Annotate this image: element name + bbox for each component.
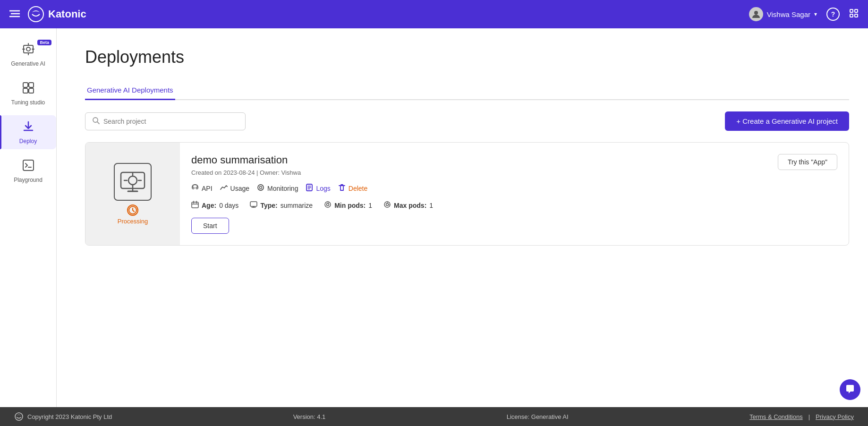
stat-type: Type: summarize [250, 201, 313, 210]
footer-license: License: Generative AI [507, 413, 569, 420]
try-app-button[interactable]: Try this "App" [778, 154, 837, 170]
usage-button[interactable]: Usage [220, 184, 249, 193]
svg-point-28 [260, 187, 262, 189]
tuning-studio-icon [22, 81, 35, 97]
svg-rect-5 [850, 9, 853, 12]
search-input[interactable] [103, 118, 238, 125]
svg-point-25 [192, 187, 194, 189]
beta-badge: Beta [37, 40, 51, 45]
page-title: Deployments [85, 47, 849, 67]
stat-min-pods: Min pods: 1 [324, 201, 372, 210]
delete-label: Delete [349, 185, 367, 192]
terms-conditions-link[interactable]: Terms & Conditions [749, 413, 803, 420]
sidebar-item-label: Playground [14, 177, 43, 183]
max-pods-label: Max pods: [394, 202, 426, 209]
api-button[interactable]: API [191, 184, 213, 193]
card-meta: Created on 2023-08-24 | Owner: Vishwa [191, 169, 837, 176]
footer-separator: | [808, 413, 810, 420]
header: Katonic Vishwa Sagar ▾ ? [0, 0, 868, 28]
chat-bubble[interactable] [840, 379, 860, 400]
header-right: Vishwa Sagar ▾ ? [749, 7, 859, 21]
min-pods-value: 1 [368, 202, 372, 209]
thumbnail-icon [114, 163, 152, 201]
footer-copyright: Copyright 2023 Katonic Pty Ltd [27, 413, 112, 420]
processing-label: Processing [118, 218, 148, 225]
logo-icon [27, 6, 44, 23]
footer-version: Version: 4.1 [293, 413, 326, 420]
logs-label: Logs [316, 185, 330, 192]
sidebar-item-tuning-studio[interactable]: Tuning studio [0, 77, 56, 111]
stat-max-pods: Max pods: 1 [383, 201, 433, 210]
avatar [749, 7, 763, 21]
svg-point-41 [327, 204, 329, 206]
deploy-icon [22, 120, 35, 136]
svg-rect-7 [850, 14, 853, 17]
logo: Katonic [27, 6, 86, 23]
user-info[interactable]: Vishwa Sagar ▾ [749, 7, 817, 21]
card-stats: Age: 0 days Type: summa [191, 201, 837, 210]
footer-logo-icon [14, 412, 24, 421]
card-title: demo summarisation [191, 154, 837, 166]
usage-label: Usage [230, 185, 249, 192]
start-button[interactable]: Start [191, 218, 229, 234]
svg-point-15 [27, 86, 30, 89]
min-pods-label: Min pods: [334, 202, 366, 209]
age-icon [191, 201, 199, 210]
logo-text: Katonic [48, 8, 86, 20]
svg-point-43 [386, 204, 389, 206]
layout: Beta Generative AI Tu [0, 28, 868, 426]
card-thumbnail: Processing [85, 143, 180, 245]
expand-icon[interactable] [849, 9, 859, 20]
card-actions: API Usage [191, 184, 837, 193]
deployment-card: Processing Try this "App" demo summarisa… [85, 142, 849, 246]
svg-point-27 [258, 185, 264, 190]
max-pods-value: 1 [429, 202, 433, 209]
usage-icon [220, 184, 228, 193]
search-icon [92, 117, 100, 126]
playground-icon [22, 159, 35, 175]
privacy-policy-link[interactable]: Privacy Policy [816, 413, 854, 420]
svg-line-19 [97, 122, 99, 124]
svg-rect-8 [855, 14, 858, 17]
main-content: Deployments Generative AI Deployments + … [57, 28, 868, 426]
chevron-down-icon: ▾ [814, 11, 817, 17]
svg-rect-33 [192, 202, 198, 208]
logs-button[interactable]: Logs [306, 184, 330, 193]
sidebar-item-label: Deploy [19, 138, 37, 145]
delete-button[interactable]: Delete [338, 184, 367, 193]
type-value: summarize [281, 202, 313, 209]
user-name: Vishwa Sagar [767, 10, 810, 18]
type-label: Type: [260, 202, 277, 209]
monitoring-button[interactable]: Monitoring [257, 184, 298, 193]
help-icon[interactable]: ? [826, 8, 840, 21]
max-pods-icon [383, 201, 391, 210]
type-icon [250, 201, 257, 210]
age-label: Age: [202, 202, 216, 209]
sidebar-item-deploy[interactable]: Deploy [0, 115, 56, 149]
api-label: API [202, 185, 213, 192]
delete-icon [338, 184, 346, 193]
footer: Copyright 2023 Katonic Pty Ltd Version: … [0, 407, 868, 426]
svg-point-42 [384, 202, 390, 207]
svg-point-40 [325, 202, 331, 207]
hamburger-icon[interactable] [9, 9, 20, 20]
tabs: Generative AI Deployments [85, 81, 849, 100]
svg-rect-16 [23, 160, 34, 170]
api-icon [191, 184, 199, 193]
min-pods-icon [324, 201, 332, 210]
logs-icon [306, 184, 313, 193]
create-project-button[interactable]: + Create a Generative AI project [725, 111, 849, 131]
svg-point-44 [15, 413, 23, 420]
generative-ai-icon [22, 43, 35, 59]
sidebar-item-label: Tuning studio [11, 99, 45, 106]
svg-rect-6 [855, 9, 858, 12]
sidebar: Beta Generative AI Tu [0, 28, 57, 407]
footer-links: Terms & Conditions | Privacy Policy [749, 413, 854, 420]
svg-point-10 [26, 47, 30, 51]
sidebar-item-playground[interactable]: Playground [0, 154, 56, 188]
tab-generative-ai-deployments[interactable]: Generative AI Deployments [85, 81, 175, 100]
footer-left: Copyright 2023 Katonic Pty Ltd [14, 412, 112, 421]
sidebar-item-generative-ai[interactable]: Beta Generative AI [0, 38, 56, 72]
header-left: Katonic [9, 6, 749, 23]
age-value: 0 days [219, 202, 238, 209]
